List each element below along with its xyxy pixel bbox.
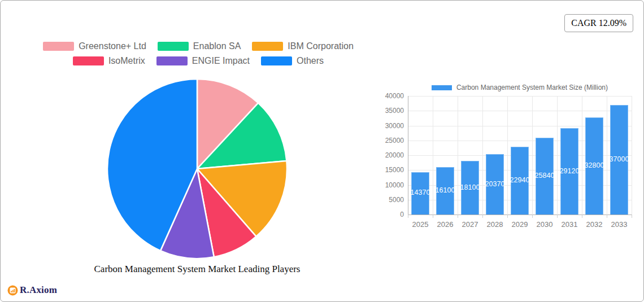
- gridline: [408, 96, 632, 97]
- x-tick-mark: [482, 215, 483, 218]
- x-tick-label: 2029: [507, 221, 532, 229]
- gridline: [582, 96, 582, 215]
- gridline: [408, 111, 632, 111]
- gridline: [458, 96, 458, 215]
- bar-legend-label: Carbon Management System Market Size (Mi…: [456, 84, 608, 91]
- pie-legend-row: Greenstone+ LtdEnablon SAIBM Corporation: [43, 41, 354, 51]
- legend-label: Greenstone+ Ltd: [79, 41, 146, 51]
- pie-legend: Greenstone+ LtdEnablon SAIBM Corporation…: [23, 41, 373, 66]
- bar-value-label: 20370: [482, 180, 507, 189]
- legend-item-greenstone-ltd[interactable]: Greenstone+ Ltd: [43, 41, 146, 51]
- report-card: CAGR 12.09% Greenstone+ LtdEnablon SAIBM…: [0, 0, 644, 302]
- bar-legend-item[interactable]: Carbon Management System Market Size (Mi…: [408, 84, 632, 91]
- y-tick-label: 40000: [385, 92, 404, 100]
- bar-value-label: 16100: [433, 186, 458, 195]
- x-tick-label: 2026: [433, 221, 458, 229]
- cagr-badge: CAGR 12.09%: [564, 14, 633, 32]
- gridline: [632, 96, 632, 215]
- bar-value-label: 25840: [532, 172, 557, 180]
- legend-swatch: [73, 56, 104, 65]
- legend-label: ENGIE Impact: [192, 56, 250, 66]
- legend-item-others[interactable]: Others: [261, 56, 324, 66]
- y-tick-label: 30000: [385, 122, 404, 130]
- x-tick-label: 2025: [408, 221, 433, 229]
- y-tick-label: 15000: [385, 166, 404, 174]
- bar-value-label: 18100: [458, 183, 482, 192]
- gridline: [557, 96, 558, 215]
- brand-name: R.Axiom: [20, 285, 57, 296]
- x-tick-mark: [433, 215, 433, 218]
- legend-item-engie-impact[interactable]: ENGIE Impact: [156, 56, 250, 66]
- y-tick-label: 10000: [385, 181, 404, 189]
- bar-legend-swatch: [432, 85, 452, 90]
- pie-chart: [106, 77, 289, 260]
- y-tick-label: 25000: [385, 137, 404, 145]
- x-tick-label: 2031: [557, 221, 582, 229]
- bar-value-label: 37000: [607, 155, 632, 164]
- legend-item-isometrix[interactable]: IsoMetrix: [73, 56, 145, 66]
- x-tick-mark: [557, 215, 558, 218]
- brand-logo: R.Axiom: [7, 285, 57, 296]
- legend-swatch: [158, 42, 189, 51]
- bar-value-label: 22940: [507, 176, 532, 185]
- legend-swatch: [43, 42, 74, 51]
- x-tick-label: 2032: [582, 221, 607, 229]
- y-tick-label: 35000: [385, 107, 404, 115]
- legend-label: Others: [297, 56, 324, 66]
- legend-swatch: [261, 56, 292, 65]
- legend-swatch: [156, 56, 188, 65]
- bar-value-label: 32800: [582, 161, 607, 170]
- x-tick-mark: [607, 215, 607, 218]
- bar-value-label: 14370: [408, 189, 433, 197]
- gridline: [408, 215, 632, 215]
- y-tick-label: 5000: [385, 196, 404, 204]
- x-tick-label: 2028: [482, 221, 507, 229]
- legend-label: Enablon SA: [193, 41, 241, 51]
- gridline: [433, 96, 433, 215]
- x-tick-label: 2030: [532, 221, 557, 229]
- pie-legend-row: IsoMetrixENGIE ImpactOthers: [73, 56, 324, 66]
- x-tick-label: 2027: [458, 221, 482, 229]
- x-tick-mark: [507, 215, 508, 218]
- x-tick-label: 2033: [607, 221, 632, 229]
- x-tick-mark: [408, 215, 408, 218]
- legend-swatch: [252, 42, 283, 51]
- bar-value-label: 29120: [557, 167, 582, 176]
- legend-label: IBM Corporation: [288, 41, 354, 51]
- x-tick-mark: [632, 215, 632, 218]
- x-tick-mark: [532, 215, 533, 218]
- x-tick-mark: [582, 215, 582, 218]
- y-tick-label: 0: [385, 211, 404, 218]
- legend-item-enablon-sa[interactable]: Enablon SA: [158, 41, 241, 51]
- gridline: [532, 96, 533, 215]
- legend-item-ibm-corporation[interactable]: IBM Corporation: [252, 41, 354, 51]
- gridline: [507, 96, 508, 215]
- legend-label: IsoMetrix: [108, 56, 145, 66]
- gridline: [482, 96, 483, 215]
- x-tick-mark: [458, 215, 458, 218]
- brand-chart-logo-icon: [7, 285, 18, 296]
- pie-chart-title: Carbon Management System Market Leading …: [45, 264, 350, 275]
- bar-chart: Carbon Management System Market Size (Mi…: [385, 82, 642, 235]
- y-tick-label: 20000: [385, 151, 404, 159]
